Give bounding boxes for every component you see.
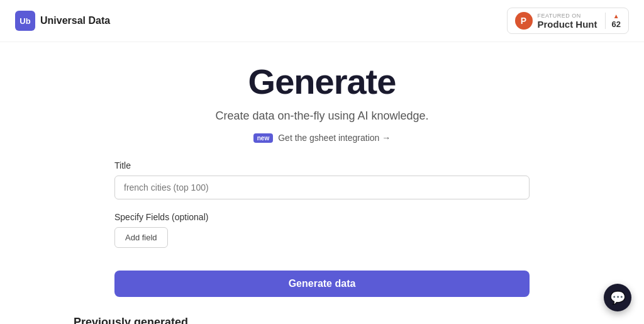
fields-label: Specify Fields (optional) (114, 212, 530, 222)
logo-icon: Ub (15, 11, 35, 31)
product-hunt-icon: P (515, 12, 533, 30)
ph-featured-on-label: FEATURED ON (538, 13, 597, 19)
ph-arrow-icon: ▲ (613, 13, 619, 20)
title-section: Title (114, 160, 530, 199)
ph-title-label: Product Hunt (538, 19, 597, 30)
page-title: Generate (114, 61, 530, 102)
ph-vote-area: ▲ 62 (605, 13, 621, 29)
product-hunt-badge[interactable]: P FEATURED ON Product Hunt ▲ 62 (507, 8, 629, 34)
hero-subtitle: Create data on-the-fly using AI knowledg… (114, 109, 530, 123)
ph-vote-count: 62 (612, 20, 621, 29)
logo-text: Universal Data (40, 15, 110, 26)
ph-text-area: FEATURED ON Product Hunt (538, 13, 597, 30)
title-input[interactable] (114, 176, 530, 199)
section-title: Previously generated (74, 316, 570, 324)
header: Ub Universal Data P FEATURED ON Product … (0, 0, 644, 42)
add-field-button[interactable]: Add field (114, 227, 168, 248)
new-badge: new (253, 133, 273, 143)
title-label: Title (114, 160, 530, 170)
chat-icon: 💬 (610, 290, 626, 305)
integration-link[interactable]: Get the gsheet integration → (278, 133, 391, 143)
logo-area: Ub Universal Data (15, 11, 110, 31)
main-content: Generate Create data on-the-fly using AI… (102, 42, 542, 316)
integration-banner: new Get the gsheet integration → (114, 133, 530, 143)
generate-button[interactable]: Generate data (114, 271, 530, 297)
previously-generated-section: Previously generated Marketing data3 row… (61, 316, 583, 324)
chat-bubble-button[interactable]: 💬 (604, 284, 631, 311)
fields-section: Specify Fields (optional) Add field (114, 212, 530, 248)
